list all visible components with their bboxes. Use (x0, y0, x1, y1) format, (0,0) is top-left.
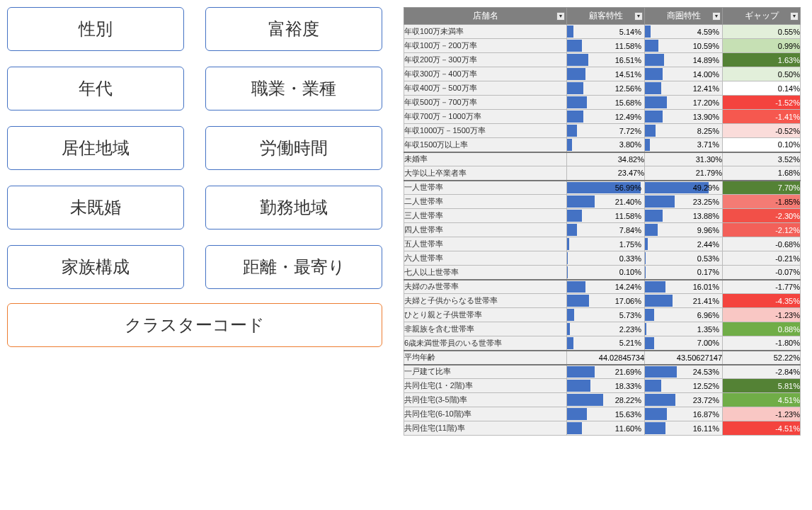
cust-value: 5.21% (567, 336, 645, 351)
dropdown-icon[interactable]: ▼ (790, 12, 799, 21)
cust-value: 2.23% (567, 322, 645, 336)
gap-value: 4.51% (723, 393, 801, 407)
cust-value: 5.14% (567, 25, 645, 39)
gap-value: -0.68% (723, 237, 801, 251)
row-label: 夫婦のみ世帯率 (404, 280, 567, 294)
row-label: 共同住宅(6-10階)率 (404, 407, 567, 421)
area-value: 49.29% (645, 181, 723, 195)
filter-age[interactable]: 年代 (7, 67, 184, 110)
cust-value: 15.68% (567, 96, 645, 110)
gap-value: -4.51% (723, 421, 801, 436)
area-value: 9.96% (645, 223, 723, 237)
cust-value: 34.82% (567, 152, 645, 166)
cust-value: 1.75% (567, 237, 645, 251)
row-label: 非親族を含む世帯率 (404, 322, 567, 336)
cust-value: 7.72% (567, 124, 645, 138)
row-label: 七人以上世帯率 (404, 266, 567, 280)
data-table: 店舗名 ▼ 顧客特性 ▼ 商圏特性 ▼ ギャップ ▼ (404, 7, 801, 436)
gap-value: 0.50% (723, 67, 801, 81)
col-customer[interactable]: 顧客特性 ▼ (567, 8, 645, 25)
table-row: 年収1000万－1500万率7.72%8.25%-0.52% (404, 124, 801, 138)
row-label: 一戸建て比率 (404, 365, 567, 379)
row-label: 共同住宅(11階)率 (404, 421, 567, 436)
area-value: 24.53% (645, 365, 723, 379)
gap-value: -2.12% (723, 223, 801, 237)
filter-workhours[interactable]: 労働時間 (205, 126, 382, 170)
area-value: 4.59% (645, 25, 723, 39)
area-value: 14.00% (645, 67, 723, 81)
gap-value: 52.22% (723, 351, 801, 365)
col-area[interactable]: 商圏特性 ▼ (645, 8, 723, 25)
row-label: 五人世帯率 (404, 237, 567, 251)
filter-cluster-code[interactable]: クラスターコード (7, 303, 382, 347)
row-label: 年収700万－1000万率 (404, 110, 567, 124)
gap-value: -1.41% (723, 110, 801, 124)
cust-value: 17.06% (567, 294, 645, 308)
cust-value: 5.73% (567, 308, 645, 322)
area-value: 31.30% (645, 152, 723, 166)
filter-marital[interactable]: 未既婚 (7, 186, 184, 230)
area-value: 7.00% (645, 336, 723, 351)
table-row: 三人世帯率11.58%13.88%-2.30% (404, 209, 801, 223)
area-value: 8.25% (645, 124, 723, 138)
filter-gender[interactable]: 性別 (7, 7, 184, 51)
table-row: 二人世帯率21.40%23.25%-1.85% (404, 195, 801, 209)
row-label: 夫婦と子供からなる世帯率 (404, 294, 567, 308)
table-row: 未婚率34.82%31.30%3.52% (404, 152, 801, 166)
filter-distance[interactable]: 距離・最寄り (205, 245, 382, 289)
area-value: 16.87% (645, 407, 723, 421)
area-value: 17.20% (645, 96, 723, 110)
gap-value: 0.88% (723, 322, 801, 336)
row-label: 四人世帯率 (404, 223, 567, 237)
cust-value: 18.33% (567, 379, 645, 393)
cust-value: 11.58% (567, 39, 645, 53)
area-value: 16.11% (645, 421, 723, 436)
gap-value: -4.35% (723, 294, 801, 308)
area-value: 3.71% (645, 138, 723, 152)
filter-workarea[interactable]: 勤務地域 (205, 186, 382, 230)
table-row: 一戸建て比率21.69%24.53%-2.84% (404, 365, 801, 379)
table-row: 6歳未満世帯員のいる世帯率5.21%7.00%-1.80% (404, 336, 801, 351)
area-value: 12.52% (645, 379, 723, 393)
table-row: 年収100万未満率5.14%4.59%0.55% (404, 25, 801, 39)
table-row: 共同住宅(1・2階)率18.33%12.52%5.81% (404, 379, 801, 393)
area-value: 21.41% (645, 294, 723, 308)
area-value: 43.50627147 (645, 351, 723, 365)
dropdown-icon[interactable]: ▼ (712, 12, 721, 21)
area-value: 1.35% (645, 322, 723, 336)
area-value: 13.88% (645, 209, 723, 223)
row-label: 共同住宅(1・2階)率 (404, 379, 567, 393)
area-value: 0.17% (645, 266, 723, 280)
row-label: 年収100万－200万率 (404, 39, 567, 53)
area-value: 23.25% (645, 195, 723, 209)
col-label: ギャップ (745, 11, 779, 21)
cust-value: 15.63% (567, 407, 645, 421)
cust-value: 11.58% (567, 209, 645, 223)
filter-family[interactable]: 家族構成 (7, 245, 184, 289)
dropdown-icon[interactable]: ▼ (556, 12, 565, 21)
filter-wealth[interactable]: 富裕度 (205, 7, 382, 51)
gap-value: 1.63% (723, 53, 801, 67)
gap-value: 7.70% (723, 181, 801, 195)
dropdown-icon[interactable]: ▼ (634, 12, 643, 21)
table-row: 年収500万－700万率15.68%17.20%-1.52% (404, 96, 801, 110)
cust-value: 12.49% (567, 110, 645, 124)
cust-value: 14.51% (567, 67, 645, 81)
gap-value: 0.99% (723, 39, 801, 53)
row-label: 年収400万－500万率 (404, 81, 567, 96)
col-gap[interactable]: ギャップ ▼ (723, 8, 801, 25)
filter-occupation[interactable]: 職業・業種 (205, 67, 382, 110)
row-label: ひとり親と子供世帯率 (404, 308, 567, 322)
filter-residence[interactable]: 居住地域 (7, 126, 184, 170)
col-store-name[interactable]: 店舗名 ▼ (404, 8, 567, 25)
row-label: 平均年齢 (404, 351, 567, 365)
table-row: ひとり親と子供世帯率5.73%6.96%-1.23% (404, 308, 801, 322)
cust-value: 56.99% (567, 181, 645, 195)
area-value: 14.89% (645, 53, 723, 67)
row-label: 二人世帯率 (404, 195, 567, 209)
table-row: 年収300万－400万率14.51%14.00%0.50% (404, 67, 801, 81)
gap-value: -1.23% (723, 407, 801, 421)
gap-value: -0.07% (723, 266, 801, 280)
data-table-panel: 店舗名 ▼ 顧客特性 ▼ 商圏特性 ▼ ギャップ ▼ (404, 7, 800, 436)
cust-value: 16.51% (567, 53, 645, 67)
